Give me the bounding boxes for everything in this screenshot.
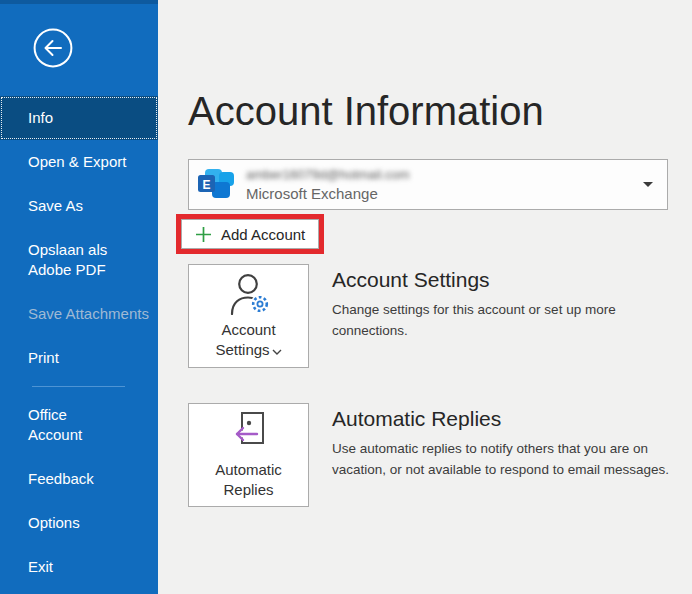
automatic-replies-texts: Automatic Replies Use automatic replies …: [332, 403, 690, 507]
sidebar-item-label: Print: [28, 349, 59, 366]
automatic-replies-section: Automatic Replies Automatic Replies Use …: [188, 403, 692, 507]
section-heading: Account Settings: [332, 267, 690, 293]
sidebar-item-label: Opslaan als Adobe PDF: [28, 240, 108, 280]
account-settings-section: Account Settings Account Settings Change…: [188, 264, 692, 368]
sidebar-item-save-as[interactable]: Save As: [0, 184, 158, 228]
sidebar-item-info[interactable]: Info: [0, 96, 158, 140]
sidebar-item-label: Exit: [28, 558, 53, 575]
account-email: amber16079d@hotmail.com: [246, 167, 410, 182]
backstage-sidebar: Info Open & Export Save As Opslaan als A…: [0, 0, 158, 594]
plus-icon: [195, 226, 212, 243]
account-settings-button[interactable]: Account Settings: [188, 264, 309, 368]
svg-text:E: E: [202, 177, 210, 191]
dropdown-caret-icon: [643, 182, 653, 187]
exchange-icon: E: [197, 169, 235, 201]
highlight-annotation: Add Account: [176, 214, 324, 254]
account-selector-texts: amber16079d@hotmail.com Microsoft Exchan…: [246, 167, 643, 202]
account-information-panel: Account Information E amber16079d@hotmai…: [158, 0, 692, 594]
automatic-replies-button[interactable]: Automatic Replies: [188, 403, 309, 507]
add-account-button[interactable]: Add Account: [181, 219, 319, 249]
sidebar-item-office-account[interactable]: Office Account: [0, 393, 158, 457]
back-arrow-icon: [33, 28, 73, 68]
sidebar-item-exit[interactable]: Exit: [0, 545, 158, 589]
sidebar-item-options[interactable]: Options: [0, 501, 158, 545]
account-settings-icon: [223, 273, 275, 315]
sidebar-item-label: Options: [28, 514, 80, 531]
page-title: Account Information: [188, 88, 692, 134]
sidebar-item-print[interactable]: Print: [0, 336, 158, 380]
add-account-label: Add Account: [221, 226, 305, 243]
account-selector-dropdown[interactable]: E amber16079d@hotmail.com Microsoft Exch…: [188, 159, 668, 210]
sidebar-item-label: Save As: [28, 197, 83, 214]
sidebar-item-save-attachments: Save Attachments: [0, 292, 158, 336]
sidebar-menu: Info Open & Export Save As Opslaan als A…: [0, 96, 158, 589]
sidebar-item-opslaan-als-adobe-pdf[interactable]: Opslaan als Adobe PDF: [0, 228, 158, 292]
sidebar-item-open-export[interactable]: Open & Export: [0, 140, 158, 184]
sidebar-item-label: Info: [28, 109, 53, 126]
chevron-down-icon: [272, 349, 282, 355]
sidebar-divider: [32, 386, 125, 387]
section-heading: Automatic Replies: [332, 406, 690, 432]
sidebar-item-feedback[interactable]: Feedback: [0, 457, 158, 501]
sidebar-item-label: Save Attachments: [28, 305, 149, 322]
automatic-replies-tile-label: Automatic Replies: [203, 460, 295, 500]
outlook-backstage-window: Info Open & Export Save As Opslaan als A…: [0, 0, 692, 594]
section-description: Change settings for this account or set …: [332, 299, 690, 341]
back-button[interactable]: [33, 28, 73, 68]
sidebar-item-label: Open & Export: [28, 153, 126, 170]
sidebar-item-label: Feedback: [28, 470, 94, 487]
account-provider: Microsoft Exchange: [246, 185, 643, 202]
sidebar-item-label: Office Account: [28, 405, 108, 445]
automatic-replies-icon: [229, 411, 269, 455]
account-settings-tile-label: Account Settings: [203, 320, 295, 360]
section-description: Use automatic replies to notify others t…: [332, 438, 690, 480]
account-settings-texts: Account Settings Change settings for thi…: [332, 264, 690, 368]
